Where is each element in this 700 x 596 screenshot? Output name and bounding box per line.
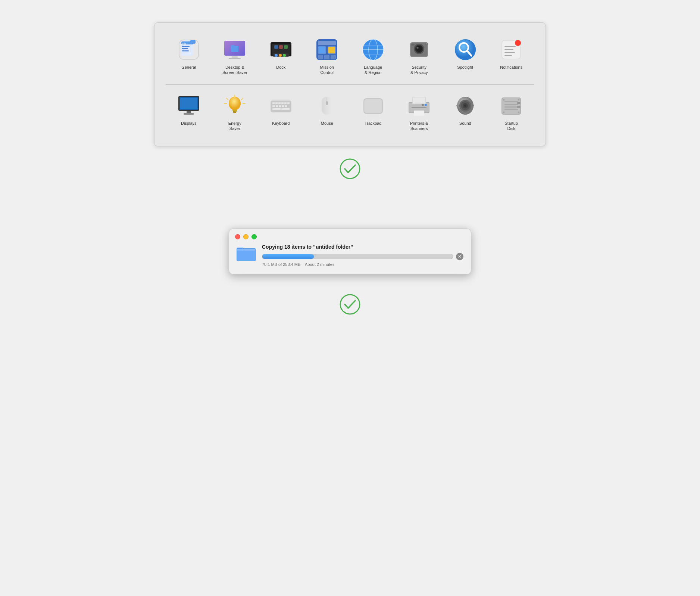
svg-line-71 [226,98,228,100]
svg-rect-26 [318,41,336,45]
sidebar-item-notifications[interactable]: Notifications [488,34,535,79]
svg-rect-131 [237,249,256,251]
svg-rect-64 [184,113,194,115]
folder-icon [237,245,256,262]
keyboard-icon [269,94,293,118]
notifications-label: Notifications [500,65,522,70]
sidebar-item-spotlight[interactable]: Spotlight [442,34,488,79]
sidebar-item-security-privacy[interactable]: Security& Privacy [396,34,443,79]
general-label: General [181,65,196,70]
dialog-subtitle: 70.1 MB of 253.4 MB – About 2 minutes [262,262,463,267]
svg-rect-31 [331,55,336,59]
svg-line-72 [241,98,243,100]
sidebar-item-desktop-screensaver[interactable]: Desktop &Screen Saver [212,34,258,79]
sidebar-item-energy-saver[interactable]: EnergySaver [212,90,258,135]
svg-point-47 [425,43,428,45]
svg-point-112 [465,113,466,115]
sidebar-item-printers-scanners[interactable]: Printers &Scanners [396,90,443,135]
dialog-content: Copying 18 items to “untitled folder” ✕ … [262,244,463,267]
dialog-titlebar [229,229,471,242]
svg-rect-77 [272,102,275,104]
svg-rect-29 [318,55,323,59]
displays-label: Displays [181,121,197,126]
system-preferences-panel: File New Ope General [154,22,546,146]
svg-rect-57 [504,52,515,53]
svg-rect-80 [281,102,284,104]
energy-saver-icon [223,94,247,118]
displays-icon [177,94,201,118]
keyboard-label: Keyboard [272,121,290,126]
sidebar-item-sound[interactable]: Sound [442,90,488,135]
printers-scanners-icon [407,94,431,118]
sidebar-item-dock[interactable]: Dock [258,34,304,79]
svg-rect-86 [282,105,284,107]
progress-bar-container [262,254,453,259]
traffic-light-close[interactable] [235,234,240,239]
svg-point-21 [283,54,286,57]
svg-rect-85 [279,105,281,107]
svg-rect-6 [190,40,196,44]
svg-rect-22 [274,45,278,49]
svg-point-54 [515,40,521,46]
trackpad-label: Trackpad [365,121,381,126]
svg-rect-100 [413,97,425,103]
trackpad-icon [361,94,385,118]
language-region-icon [361,38,385,62]
security-privacy-icon [407,38,431,62]
dock-label: Dock [276,65,285,70]
svg-rect-120 [504,109,518,110]
svg-point-66 [229,97,241,110]
sound-label: Sound [459,121,471,126]
svg-rect-15 [229,58,241,59]
svg-rect-46 [412,44,415,46]
mouse-icon [315,94,339,118]
svg-rect-84 [276,105,278,107]
security-privacy-label: Security& Privacy [410,65,428,75]
notifications-icon [499,38,523,62]
sidebar-item-startup-disk[interactable]: StartupDisk [488,90,535,135]
sidebar-item-mouse[interactable]: Mouse [304,90,350,135]
svg-point-49 [455,39,476,60]
svg-point-132 [340,295,360,314]
svg-rect-118 [504,104,518,105]
checkmark-1 [339,158,361,180]
svg-rect-93 [326,101,328,105]
dialog-title: Copying 18 items to “untitled folder” [262,244,463,250]
svg-rect-119 [504,106,518,108]
icon-grid-row2: Displays [166,86,534,139]
mission-control-label: MissionControl [320,65,334,75]
svg-rect-79 [278,102,281,104]
traffic-light-maximize[interactable] [251,234,257,239]
svg-point-127 [340,159,360,179]
svg-rect-67 [232,109,237,111]
sidebar-item-trackpad[interactable]: Trackpad [350,90,396,135]
desktop-screensaver-icon [223,38,247,62]
svg-text:Ope: Ope [182,47,186,50]
sidebar-item-language-region[interactable]: Language& Region [350,34,396,79]
svg-text:File: File [182,43,186,45]
svg-rect-24 [284,45,288,49]
svg-point-110 [464,105,466,107]
svg-rect-32 [319,47,325,53]
svg-rect-62 [180,98,197,109]
sound-icon [453,94,477,118]
svg-point-45 [417,47,419,49]
checkmark-2 [339,293,361,316]
svg-rect-13 [231,45,235,47]
sidebar-item-keyboard[interactable]: Keyboard [258,90,304,135]
svg-rect-81 [284,102,287,104]
general-icon: File New Ope [177,38,201,62]
sidebar-item-mission-control[interactable]: MissionControl [304,34,350,79]
svg-point-125 [503,111,505,113]
svg-rect-87 [285,105,287,107]
svg-rect-23 [279,45,283,49]
svg-point-124 [518,99,520,100]
traffic-light-minimize[interactable] [243,234,249,239]
sidebar-item-displays[interactable]: Displays [166,90,212,135]
svg-point-44 [416,46,422,52]
sidebar-item-general[interactable]: File New Ope General [166,34,212,79]
spotlight-icon [453,38,477,62]
cancel-progress-button[interactable]: ✕ [456,253,463,260]
svg-rect-56 [504,49,513,50]
desktop-screensaver-label: Desktop &Screen Saver [222,65,247,75]
